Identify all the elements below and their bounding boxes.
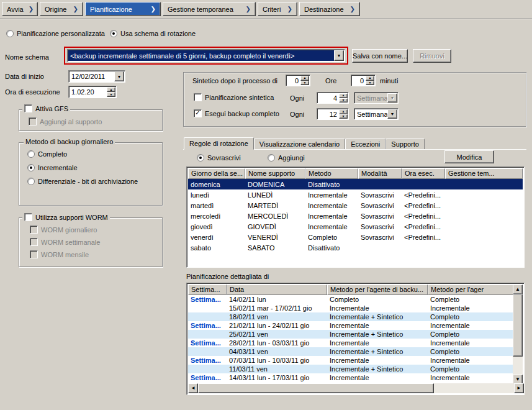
radio-custom-schedule[interactable]: Pianificazione personalizzata — [6, 30, 105, 37]
scroll-right-icon[interactable]: ► — [514, 383, 524, 393]
column-header[interactable]: Metodo per l'ager — [428, 285, 514, 295]
column-header[interactable]: Gestione tem... — [445, 168, 523, 179]
detail-row[interactable]: Settima... 14/03/11 lun - 17/03/11 gio I… — [188, 373, 523, 382]
radio-differenziale[interactable]: Differenziale - bit di archiviazione — [27, 178, 138, 185]
scrollbar-thumb[interactable] — [513, 294, 523, 357]
date-cell: 28/02/11 lun - 03/03/11 gio — [227, 339, 327, 347]
start-date-picker[interactable]: 12/02/2011 ▼ — [68, 70, 125, 83]
combobox-value: <backup incrementale settimanale di 5 gi… — [68, 50, 334, 61]
checkbox-icon — [30, 238, 38, 246]
synthetic-minutes-spinner[interactable]: 0 ▲ ▼ — [351, 75, 376, 86]
spin-up-icon[interactable]: ▲ — [339, 109, 348, 114]
spin-down-icon[interactable]: ▼ — [339, 98, 348, 103]
detail-schedule-table: Settima... Data Metodo per l'agente di b… — [186, 283, 525, 395]
radio-completo[interactable]: Completo — [27, 150, 67, 158]
table-row[interactable]: martedì MARTEDÌ Incrementale Sovrascrivi… — [188, 200, 523, 211]
wizard-tab-gestione-temporanea[interactable]: Gestione temporanea ❯ — [163, 2, 256, 16]
spin-down-icon[interactable]: ▼ — [300, 81, 309, 86]
scroll-left-icon[interactable]: ◄ — [188, 383, 198, 393]
scrollbar-track[interactable] — [513, 294, 523, 375]
gfs-checkbox[interactable]: Attiva GFS — [22, 104, 70, 112]
detail-row[interactable]: Settima... 28/02/11 lun - 03/03/11 gio I… — [188, 339, 523, 347]
detail-row[interactable]: Settima... 07/03/11 lun - 10/03/11 gio I… — [188, 356, 523, 365]
detail-row[interactable]: Settima... 14/02/11 lun Completo Complet… — [188, 295, 523, 304]
spin-up-icon[interactable]: ▲ — [107, 87, 115, 92]
radio-incrementale[interactable]: Incrementale — [27, 164, 78, 171]
synthetic-schedule-checkbox[interactable]: Pianificazione sintetica — [194, 93, 274, 101]
table-row[interactable]: mercoledì MERCOLEDÌ Incrementale Sovrasc… — [188, 211, 523, 221]
worm-checkbox[interactable]: Utilizza supporti WORM — [22, 213, 110, 221]
full-every-spinner[interactable]: 12 ▲ ▼ — [317, 108, 349, 120]
horizontal-scrollbar[interactable]: ◄ ► — [188, 383, 524, 393]
spin-down-icon[interactable]: ▼ — [107, 92, 115, 97]
wizard-tab-pianificazione[interactable]: Pianificazione ❯ — [85, 2, 161, 16]
column-header[interactable]: Settima... — [188, 285, 227, 295]
remove-button[interactable]: Rimuovi — [413, 49, 451, 63]
column-header[interactable]: Modalità — [358, 168, 402, 179]
dropdown-arrow-icon[interactable]: ▼ — [387, 93, 397, 102]
dropdown-arrow-icon[interactable]: ▼ — [334, 50, 344, 61]
scheme-name-label: Nome schema — [5, 53, 49, 61]
column-header[interactable]: Metodo per l'agente di backu... — [327, 285, 428, 295]
wizard-tab-origine[interactable]: Origine ❯ — [40, 2, 83, 16]
column-header[interactable]: Giorno della se... — [188, 168, 245, 179]
scrollbar-thumb[interactable] — [198, 383, 434, 393]
table-row[interactable]: venerdì VENERDÌ Completo Sovrascrivi <Pr… — [188, 232, 523, 242]
worm-daily-checkbox[interactable]: WORM giornaliero — [30, 226, 97, 234]
synthetic-every-spinner[interactable]: 4 ▲ ▼ — [317, 92, 349, 104]
full-backup-checkbox[interactable]: ✓ Esegui backup completo — [194, 109, 279, 117]
radio-icon — [110, 30, 117, 37]
radio-sovrascrivi[interactable]: Sovrascrivi — [197, 154, 241, 162]
detail-row[interactable]: Settima... 21/02/11 lun - 24/02/11 gio I… — [188, 321, 523, 330]
full-period-dropdown[interactable]: Settimana/ ▼ — [354, 108, 399, 120]
synthetic-hours-spinner[interactable]: 0 ▲ ▼ — [286, 75, 310, 86]
spin-down-icon[interactable]: ▼ — [366, 81, 374, 86]
spin-up-icon[interactable]: ▲ — [339, 93, 348, 98]
spin-down-icon[interactable]: ▼ — [339, 114, 348, 119]
checkbox-label: Attiva GFS — [35, 105, 68, 112]
table-cell: Completo — [305, 234, 358, 241]
column-header[interactable]: Metodo — [305, 168, 358, 179]
table-row[interactable]: lunedì LUNEDÌ Incrementale Sovrascrivi <… — [188, 189, 523, 200]
tab-eccezioni[interactable]: Eccezioni — [345, 139, 385, 150]
table-row[interactable]: domenica DOMENICA Disattivato — [188, 179, 523, 189]
table-cell: Incrementale — [305, 223, 358, 230]
detail-row[interactable]: 15/02/11 mar - 17/02/11 gio Incrementale… — [188, 304, 523, 312]
radio-rotation-scheme[interactable]: Usa schema di rotazione — [110, 30, 196, 37]
table-row[interactable]: sabato SABATO Disattivato — [188, 242, 523, 253]
worm-weekly-checkbox[interactable]: WORM settimanale — [30, 238, 100, 246]
wizard-tab-criteri[interactable]: Criteri ❯ — [258, 2, 297, 16]
column-header[interactable]: Nome supporto — [245, 168, 305, 179]
synthetic-period-dropdown[interactable]: Settimana/ ▼ — [354, 92, 399, 104]
method-cell: Incrementale — [327, 374, 428, 381]
scroll-up-icon[interactable]: ▲ — [513, 285, 523, 294]
table-row[interactable]: giovedì GIOVEDÌ Incrementale Sovrascrivi… — [188, 221, 523, 232]
date-cell: 14/02/11 lun — [227, 296, 327, 303]
dropdown-arrow-icon[interactable]: ▼ — [387, 109, 397, 119]
column-header[interactable]: Data — [227, 285, 327, 295]
radio-aggiungi[interactable]: Aggiungi — [268, 154, 305, 162]
execution-time-spinner[interactable]: 1.02.20 ▲ ▼ — [68, 86, 117, 98]
worm-monthly-checkbox[interactable]: WORM mensile — [30, 250, 89, 258]
detail-row[interactable]: 11/03/11 ven Incrementale + Sintetico Co… — [188, 365, 523, 373]
radio-icon — [6, 30, 14, 37]
tab-visualizzazione-calendario[interactable]: Visualizzazione calendario — [254, 139, 345, 150]
column-header[interactable]: Ora esec. — [402, 168, 445, 179]
spin-up-icon[interactable]: ▲ — [366, 76, 374, 81]
vertical-scrollbar[interactable]: ▲ ▼ — [513, 285, 523, 385]
dropdown-arrow-icon[interactable]: ▼ — [114, 71, 124, 81]
wizard-tab-avvia[interactable]: Avvia ❯ — [2, 2, 38, 16]
tab-supporto[interactable]: Supporto — [385, 139, 425, 150]
spin-up-icon[interactable]: ▲ — [300, 76, 309, 81]
detail-row[interactable]: 04/03/11 ven Incrementale + Sintetico Co… — [188, 347, 523, 356]
detail-row[interactable]: 18/02/11 ven Incrementale + Sintetico Co… — [188, 312, 523, 321]
scheme-name-combobox[interactable]: <backup incrementale settimanale di 5 gi… — [67, 49, 345, 62]
save-as-button[interactable]: Salva con nome... — [352, 49, 408, 63]
scrollbar-track[interactable] — [198, 383, 514, 393]
gfs-append-checkbox[interactable]: Aggiungi al supporto — [29, 117, 102, 125]
edit-button[interactable]: Modifica — [444, 150, 494, 163]
tab-regole-di-rotazione[interactable]: Regole di rotazione — [184, 137, 254, 150]
detail-row[interactable]: 25/02/11 ven Incrementale + Sintetico Co… — [188, 330, 523, 339]
wizard-tab-destinazione[interactable]: Destinazione ❯ — [299, 2, 360, 16]
radio-label: Completo — [38, 150, 67, 158]
